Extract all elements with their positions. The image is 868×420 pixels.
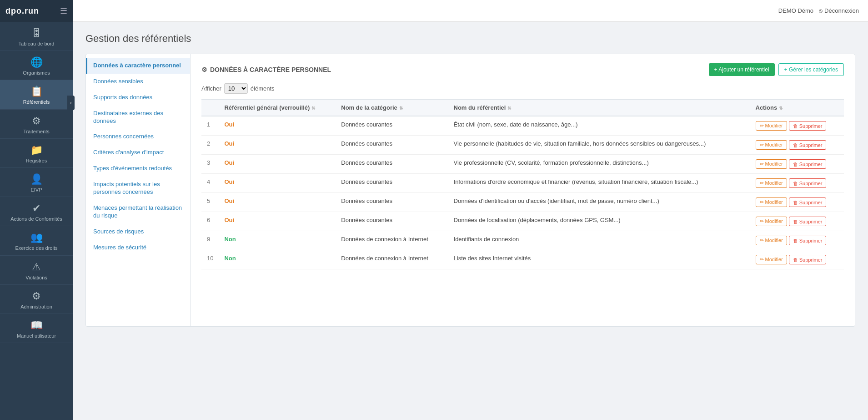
table-controls: Afficher 102550100 éléments <box>201 83 844 94</box>
sidebar-item-actions-de-conformites[interactable]: ✔Actions de Conformités <box>0 197 73 226</box>
modify-button[interactable]: ✏ Modifier <box>756 197 787 207</box>
row-actions: ✏ Modifier 🗑 Supprimer <box>750 116 844 136</box>
panel-title: ⚙ DONNÉES À CARACTÈRE PERSONNEL <box>201 66 331 73</box>
table-row: 1OuiDonnées courantesÉtat civil (nom, se… <box>201 116 844 136</box>
row-referentiel-general: Oui <box>219 136 336 155</box>
left-nav: Données à caractère personnelDonnées sen… <box>86 54 191 326</box>
row-referentiel-general: Oui <box>219 155 336 174</box>
delete-button[interactable]: 🗑 Supprimer <box>789 178 827 188</box>
left-nav-item-supports-donnees[interactable]: Supports des données <box>86 90 190 106</box>
table-row: 2OuiDonnées courantesVie personnelle (ha… <box>201 136 844 155</box>
delete-button[interactable]: 🗑 Supprimer <box>789 159 827 169</box>
row-nom-referentiel: Informations d'ordre économique et finan… <box>448 174 750 193</box>
show-label: Afficher <box>201 85 221 92</box>
row-nom-categorie: Données de connexion à Internet <box>336 231 448 250</box>
row-num: 1 <box>201 116 219 136</box>
sidebar-item-exercice-des-droits[interactable]: 👥Exercice des droits <box>0 226 73 255</box>
sidebar-item-organismes[interactable]: 🌐Organismes <box>0 51 73 80</box>
row-nom-categorie: Données de connexion à Internet <box>336 250 448 269</box>
left-nav-item-personnes-concernees[interactable]: Personnes concernées <box>86 129 190 145</box>
row-nom-categorie: Données courantes <box>336 174 448 193</box>
delete-button[interactable]: 🗑 Supprimer <box>789 236 827 245</box>
sidebar-item-traitements[interactable]: ⚙Traitements <box>0 110 73 139</box>
col-nom-categorie[interactable]: Nom de la catégorie⇅ <box>336 100 448 116</box>
row-nom-categorie: Données courantes <box>336 193 448 212</box>
organismes-icon: 🌐 <box>30 56 43 68</box>
right-panel: ⚙ DONNÉES À CARACTÈRE PERSONNEL + Ajoute… <box>191 54 855 326</box>
delete-button[interactable]: 🗑 Supprimer <box>789 255 827 264</box>
modify-button[interactable]: ✏ Modifier <box>756 140 787 150</box>
row-nom-referentiel: Données d'identification ou d'accès (ide… <box>448 193 750 212</box>
panel-header: ⚙ DONNÉES À CARACTÈRE PERSONNEL + Ajoute… <box>201 63 844 76</box>
row-nom-referentiel: Vie personnelle (habitudes de vie, situa… <box>448 136 750 155</box>
row-nom-referentiel: État civil (nom, sexe, date de naissance… <box>448 116 750 136</box>
col-actions[interactable]: Actions⇅ <box>750 100 844 116</box>
violations-icon: ⚠ <box>32 261 41 273</box>
row-actions: ✏ Modifier 🗑 Supprimer <box>750 212 844 231</box>
table-header-row: Référentiel général (verrouillé)⇅Nom de … <box>201 100 844 116</box>
sidebar-item-administration[interactable]: ⚙Administration <box>0 285 73 314</box>
row-referentiel-general: Oui <box>219 212 336 231</box>
exercice-des-droits-icon: 👥 <box>30 232 43 243</box>
modify-button[interactable]: ✏ Modifier <box>756 159 787 169</box>
delete-button[interactable]: 🗑 Supprimer <box>789 197 827 207</box>
sidebar-item-tableau-de-bord[interactable]: 🎛Tableau de bord <box>0 22 73 51</box>
modify-button[interactable]: ✏ Modifier <box>756 236 787 245</box>
row-actions: ✏ Modifier 🗑 Supprimer <box>750 155 844 174</box>
panel-actions: + Ajouter un référentiel + Gérer les cat… <box>709 63 844 76</box>
sidebar-item-manuel-utilisateur[interactable]: 📖Manuel utilisateur <box>0 314 73 343</box>
table-row: 10NonDonnées de connexion à InternetList… <box>201 250 844 269</box>
row-num: 3 <box>201 155 219 174</box>
row-nom-referentiel: Données de localisation (déplacements, d… <box>448 212 750 231</box>
sidebar-item-eivp[interactable]: 👤EIVP <box>0 168 73 197</box>
content-body: Données à caractère personnelDonnées sen… <box>85 54 855 327</box>
manage-categories-button[interactable]: + Gérer les catégories <box>778 63 844 76</box>
col-num <box>201 100 219 116</box>
row-referentiel-general: Oui <box>219 116 336 136</box>
row-num: 6 <box>201 212 219 231</box>
col-referentiel-general[interactable]: Référentiel général (verrouillé)⇅ <box>219 100 336 116</box>
row-referentiel-general: Oui <box>219 174 336 193</box>
hamburger-icon[interactable]: ☰ <box>60 6 67 16</box>
modify-button[interactable]: ✏ Modifier <box>756 121 787 131</box>
show-select[interactable]: 102550100 <box>224 83 248 94</box>
row-num: 4 <box>201 174 219 193</box>
page-title: Gestion des référentiels <box>85 33 855 45</box>
row-nom-referentiel: Vie professionnelle (CV, scolarité, form… <box>448 155 750 174</box>
modify-button[interactable]: ✏ Modifier <box>756 217 787 226</box>
sidebar-item-referentiels[interactable]: 📋Référentiels <box>0 80 73 109</box>
delete-button[interactable]: 🗑 Supprimer <box>789 217 827 226</box>
left-nav-item-mesures-securite[interactable]: Mesures de sécurité <box>86 240 190 256</box>
modify-button[interactable]: ✏ Modifier <box>756 255 787 264</box>
delete-button[interactable]: 🗑 Supprimer <box>789 140 827 150</box>
left-nav-item-destinataires-externes[interactable]: Destinataires externes des données <box>86 106 190 129</box>
col-nom-referentiel[interactable]: Nom du référentiel⇅ <box>448 100 750 116</box>
sidebar-item-registres[interactable]: 📁Registres <box>0 139 73 168</box>
main-content: DEMO Démo ⎋ Déconnexion Gestion des réfé… <box>73 0 868 420</box>
logout-button[interactable]: ⎋ Déconnexion <box>819 7 859 14</box>
table-row: 9NonDonnées de connexion à InternetIdent… <box>201 231 844 250</box>
sidebar-item-violations[interactable]: ⚠Violations <box>0 256 73 285</box>
elements-label: éléments <box>251 85 275 92</box>
table-row: 6OuiDonnées courantesDonnées de localisa… <box>201 212 844 231</box>
left-nav-item-sources-risques[interactable]: Sources de risques <box>86 224 190 240</box>
left-nav-item-donnees-personnelles[interactable]: Données à caractère personnel <box>86 58 190 74</box>
left-nav-item-types-evenements[interactable]: Types d'événements redoutés <box>86 161 190 177</box>
left-nav-item-criteres-analyse[interactable]: Critères d'analyse d'impact <box>86 145 190 161</box>
sidebar-collapse-button[interactable]: ‹ <box>67 96 75 110</box>
manuel-utilisateur-icon: 📖 <box>30 319 43 331</box>
left-nav-item-donnees-sensibles[interactable]: Données sensibles <box>86 74 190 90</box>
row-actions: ✏ Modifier 🗑 Supprimer <box>750 250 844 269</box>
actions-de-conformites-icon: ✔ <box>32 202 40 214</box>
table-row: 4OuiDonnées courantesInformations d'ordr… <box>201 174 844 193</box>
delete-button[interactable]: 🗑 Supprimer <box>789 121 827 131</box>
row-actions: ✏ Modifier 🗑 Supprimer <box>750 193 844 212</box>
modify-button[interactable]: ✏ Modifier <box>756 178 787 188</box>
add-referentiel-button[interactable]: + Ajouter un référentiel <box>709 63 775 76</box>
left-nav-item-menaces[interactable]: Menaces permettant la réalisation du ris… <box>86 200 190 224</box>
left-nav-item-impacts-potentiels[interactable]: Impacts potentiels sur les personnes con… <box>86 177 190 200</box>
row-nom-categorie: Données courantes <box>336 212 448 231</box>
row-num: 10 <box>201 250 219 269</box>
eivp-icon: 👤 <box>30 173 43 185</box>
topbar: DEMO Démo ⎋ Déconnexion <box>73 0 868 22</box>
